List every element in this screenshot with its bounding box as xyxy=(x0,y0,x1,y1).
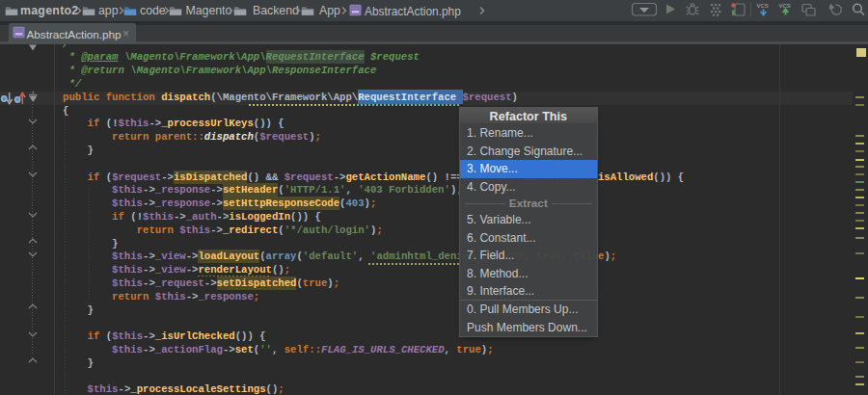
svg-text:VCS: VCS xyxy=(757,3,769,9)
svg-text:VCS: VCS xyxy=(779,3,791,9)
